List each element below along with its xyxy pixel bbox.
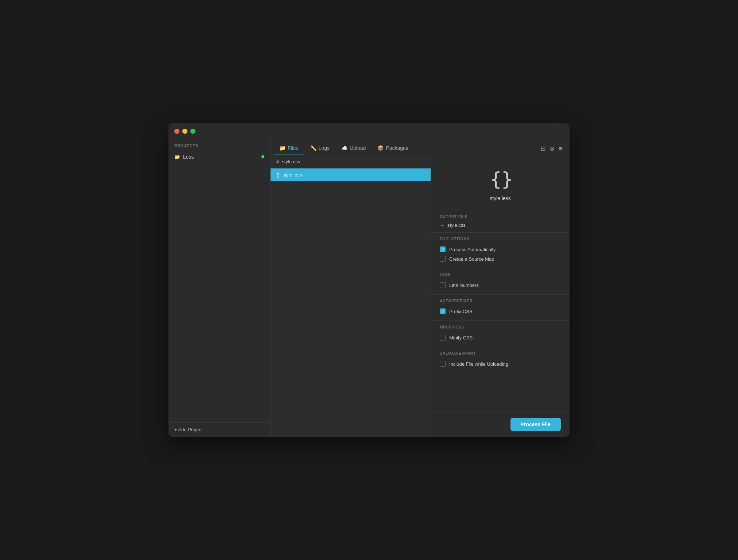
include-upload-row[interactable]: Include File while Uploading <box>440 359 561 369</box>
process-btn-row: Process File <box>431 412 570 437</box>
source-map-row[interactable]: Create a Source Map <box>440 254 561 264</box>
tab-upload[interactable]: ☁️ Upload <box>335 141 372 155</box>
output-filename: style.css <box>447 222 466 228</box>
tab-bar: 📁 Files ✏️ Logs ☁️ Upload 📦 Packages <box>271 139 570 155</box>
upload-tab-label: Upload <box>350 145 366 151</box>
minify-css-option-label: Minify CSS <box>449 335 473 341</box>
process-file-button[interactable]: Process File <box>510 418 561 431</box>
logs-tab-icon: ✏️ <box>310 145 316 151</box>
project-name: Less <box>183 154 259 160</box>
minify-css-label: MINIFY-CSS <box>440 325 561 329</box>
file-item-less[interactable]: {} style.less <box>271 168 431 182</box>
output-file-section: OUTPUT FILE → style.css <box>431 210 570 233</box>
toolbar-icons: ⊟ ⊗ ≡ <box>536 145 567 155</box>
settings-panel: {} style.less OUTPUT FILE → style.css <box>431 155 570 437</box>
prefix-css-check-mark: ✓ <box>441 310 444 314</box>
files-settings-row: # style.css {} style.less {} <box>271 155 570 437</box>
upload-export-label: UPLOAD/EXPORT <box>440 351 561 355</box>
packages-tab-label: Packages <box>386 145 408 151</box>
sidebar: PROJECTS 📁 Less + Add Project <box>168 139 271 437</box>
css-file-icon: # <box>276 159 279 164</box>
output-file-row: → style.css <box>440 222 561 228</box>
file-options-section: FILE OPTIONS ✓ Process Automatically Cre… <box>431 233 570 268</box>
tab-files[interactable]: 📁 Files <box>273 141 304 155</box>
preview-filename: style.less <box>490 195 511 201</box>
file-options-label: FILE OPTIONS <box>440 237 561 241</box>
prefix-css-row[interactable]: ✓ Prefix CSS <box>440 307 561 316</box>
files-tab-label: Files <box>288 145 299 151</box>
include-upload-label: Include File while Uploading <box>449 361 508 367</box>
file-item-css[interactable]: # style.css <box>271 155 431 168</box>
file-large-icon: {} <box>488 167 513 192</box>
output-file-label: OUTPUT FILE <box>440 215 561 219</box>
files-tab-icon: 📁 <box>279 145 286 151</box>
prefix-css-checkbox[interactable]: ✓ <box>440 308 446 314</box>
sidebar-header: PROJECTS <box>168 139 270 151</box>
add-project-button[interactable]: + Add Project <box>168 422 270 437</box>
minify-css-checkbox[interactable] <box>440 335 446 341</box>
app-window: PROJECTS 📁 Less + Add Project 📁 Files ✏️… <box>168 123 570 437</box>
project-item-less[interactable]: 📁 Less <box>168 151 270 163</box>
file-list: # style.css {} style.less <box>271 155 431 437</box>
title-bar <box>168 123 570 139</box>
line-numbers-label: Line Numbers <box>449 283 479 288</box>
upload-tab-icon: ☁️ <box>341 145 347 151</box>
less-section-label: LESS <box>440 273 561 277</box>
process-auto-label: Process Automatically <box>449 247 496 252</box>
process-auto-row[interactable]: ✓ Process Automatically <box>440 245 561 254</box>
content-area: 📁 Files ✏️ Logs ☁️ Upload 📦 Packages <box>271 139 570 437</box>
svg-text:{}: {} <box>490 168 512 190</box>
maximize-button[interactable] <box>190 129 195 134</box>
minify-css-section: MINIFY-CSS Minify CSS <box>431 321 570 347</box>
tab-logs[interactable]: ✏️ Logs <box>304 141 335 155</box>
autoprefixer-section: AUTOPREFIXER ✓ Prefix CSS <box>431 295 570 321</box>
less-section: LESS Line Numbers <box>431 268 570 295</box>
line-numbers-checkbox[interactable] <box>440 282 446 288</box>
minify-css-row[interactable]: Minify CSS <box>440 333 561 342</box>
file-preview: {} style.less <box>431 155 570 210</box>
close-button[interactable] <box>174 129 179 134</box>
settings-icon[interactable]: ⊗ <box>550 145 555 152</box>
less-file-name: style.less <box>283 172 302 178</box>
logs-tab-label: Logs <box>319 145 330 151</box>
packages-tab-icon: 📦 <box>377 145 384 151</box>
source-map-label: Create a Source Map <box>449 256 494 262</box>
autoprefixer-label: AUTOPREFIXER <box>440 299 561 303</box>
settings-spacer <box>431 373 570 412</box>
tab-packages[interactable]: 📦 Packages <box>372 141 414 155</box>
upload-export-section: UPLOAD/EXPORT Include File while Uploadi… <box>431 347 570 373</box>
process-auto-check-mark: ✓ <box>441 248 444 252</box>
menu-icon[interactable]: ≡ <box>559 145 562 152</box>
source-map-checkbox[interactable] <box>440 256 446 262</box>
include-upload-checkbox[interactable] <box>440 361 446 367</box>
minimize-button[interactable] <box>182 129 187 134</box>
traffic-lights <box>174 129 195 134</box>
arrow-icon: → <box>440 222 444 228</box>
folder-icon: 📁 <box>174 154 180 160</box>
line-numbers-row[interactable]: Line Numbers <box>440 280 561 290</box>
prefix-css-label: Prefix CSS <box>449 309 473 314</box>
less-file-icon: {} <box>276 172 280 178</box>
css-file-name: style.css <box>282 159 300 164</box>
process-auto-checkbox[interactable]: ✓ <box>440 246 446 252</box>
main-layout: PROJECTS 📁 Less + Add Project 📁 Files ✏️… <box>168 139 570 437</box>
project-status-dot <box>261 155 264 158</box>
layout-icon[interactable]: ⊟ <box>541 145 545 152</box>
sidebar-spacer <box>168 163 270 422</box>
